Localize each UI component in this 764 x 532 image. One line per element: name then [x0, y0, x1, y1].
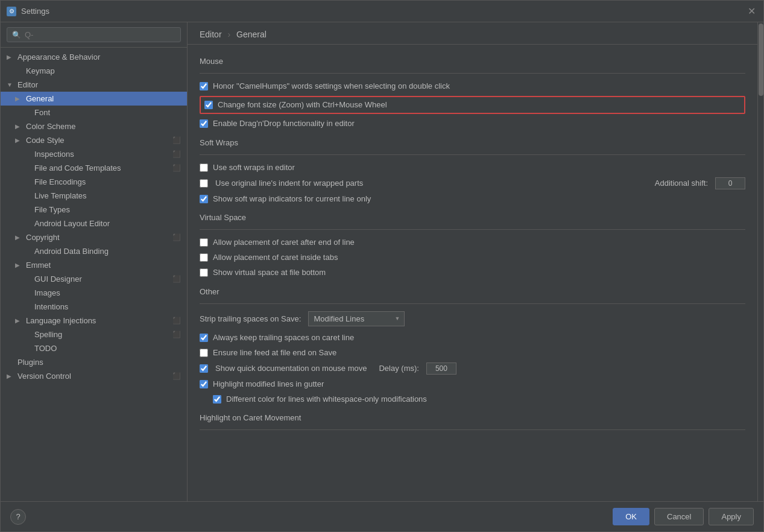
sidebar-item-font[interactable]: Font [1, 106, 187, 119]
sidebar-item-copyright[interactable]: ▶ Copyright ⬛ [1, 230, 187, 244]
label-line-feed: Ensure line feed at file end on Save [213, 347, 336, 358]
sidebar-item-gui-designer[interactable]: GUI Designer ⬛ [1, 272, 187, 286]
ok-button[interactable]: OK [613, 508, 649, 525]
label-camel-humps: Honor "CamelHumps" words settings when s… [213, 81, 450, 92]
sidebar-item-version-control[interactable]: ▶ Version Control ⬛ [1, 369, 187, 383]
settings-icon-lang-inj: ⬛ [172, 317, 181, 325]
sidebar-item-android-data[interactable]: Android Data Binding [1, 244, 187, 258]
label-drag-drop: Enable Drag'n'Drop functionality in edit… [213, 118, 355, 129]
sidebar-item-general[interactable]: ▶ General [1, 92, 187, 106]
sidebar-item-file-types[interactable]: File Types [1, 203, 187, 217]
label-soft-wraps: Use soft wraps in editor [213, 162, 295, 173]
bottom-right: OK Cancel Apply [613, 508, 754, 525]
checkbox-camel-humps[interactable] [200, 82, 208, 90]
sidebar-item-label: GUI Designer [34, 274, 82, 283]
additional-shift-input[interactable] [715, 177, 745, 189]
label-virtual-at-bottom: Show virtual space at file bottom [213, 267, 326, 278]
checkbox-different-color[interactable] [213, 395, 221, 404]
settings-icon-version-ctrl: ⬛ [172, 372, 181, 381]
sidebar-item-plugins[interactable]: Plugins [1, 355, 187, 369]
search-input[interactable] [25, 30, 175, 39]
delay-input[interactable] [426, 363, 456, 375]
settings-icon-gui: ⬛ [172, 275, 181, 283]
section-mouse-title: Mouse [200, 57, 745, 66]
checkbox-row-line-feed: Ensure line feed at file end on Save [200, 347, 745, 358]
delay-label: Delay (ms): [379, 364, 418, 373]
close-button[interactable]: ✕ [745, 5, 757, 17]
tree-arrow-version-ctrl: ▶ [7, 373, 15, 379]
checkbox-original-indent[interactable] [200, 179, 208, 188]
checkbox-drag-drop[interactable] [200, 119, 208, 128]
titlebar: ⚙ Settings ✕ [1, 1, 763, 22]
tree-arrow-lang-inj: ▶ [15, 317, 24, 324]
checkbox-virtual-at-bottom[interactable] [200, 268, 208, 277]
sidebar-item-spelling[interactable]: Spelling ⬛ [1, 328, 187, 341]
sidebar-item-inspections[interactable]: Inspections ⬛ [1, 147, 187, 161]
strip-trailing-select-wrap[interactable]: None All Modified Lines [308, 311, 405, 326]
section-mouse-divider [200, 73, 745, 74]
apply-button[interactable]: Apply [709, 508, 754, 525]
checkbox-highlight-modified[interactable] [200, 380, 208, 388]
nav-tree: ▶ Appearance & Behavior Keymap ▼ Editor … [1, 48, 187, 501]
sidebar-item-appearance[interactable]: ▶ Appearance & Behavior [1, 50, 187, 64]
tree-arrow-editor: ▼ [7, 81, 15, 88]
sidebar-item-editor[interactable]: ▼ Editor [1, 78, 187, 92]
checkbox-font-zoom[interactable] [204, 101, 213, 109]
checkbox-keep-trailing[interactable] [200, 334, 208, 342]
sidebar-item-label: Version Control [17, 372, 71, 381]
section-other-title: Other [200, 287, 745, 296]
scrollbar-thumb[interactable] [759, 24, 763, 96]
strip-trailing-select[interactable]: None All Modified Lines [308, 311, 405, 326]
tree-arrow-code-style: ▶ [15, 137, 24, 144]
main-panel: Editor › General Mouse Honor "CamelHumps… [188, 22, 757, 501]
settings-content: Mouse Honor "CamelHumps" words settings … [188, 45, 757, 501]
label-original-indent: Use original line's indent for wrapped p… [215, 178, 363, 189]
settings-app-icon: ⚙ [7, 7, 16, 16]
cancel-button[interactable]: Cancel [654, 508, 704, 525]
sidebar-item-android-layout[interactable]: Android Layout Editor [1, 217, 187, 230]
sidebar-item-intentions[interactable]: Intentions [1, 300, 187, 314]
sidebar-item-label: Editor [17, 80, 38, 89]
tree-arrow-color-scheme: ▶ [15, 123, 24, 130]
checkbox-caret-after-end[interactable] [200, 238, 208, 247]
checkbox-row-show-indicators: Show soft wrap indicators for current li… [200, 194, 745, 204]
sidebar: 🔍 ▶ Appearance & Behavior Keymap ▼ [1, 22, 188, 501]
sidebar-item-label: Font [34, 108, 50, 117]
sidebar-item-label: Images [34, 288, 60, 297]
sidebar-item-label: Copyright [26, 233, 60, 242]
sidebar-item-todo[interactable]: TODO [1, 341, 187, 355]
search-wrap[interactable]: 🔍 [7, 27, 181, 42]
row-original-indent: Use original line's indent for wrapped p… [200, 177, 745, 189]
sidebar-item-file-code-templates[interactable]: File and Code Templates ⬛ [1, 161, 187, 175]
sidebar-item-lang-injections[interactable]: ▶ Language Injections ⬛ [1, 314, 187, 328]
help-button[interactable]: ? [10, 509, 26, 525]
breadcrumb-separator: › [227, 30, 230, 39]
sidebar-item-file-encodings[interactable]: File Encodings [1, 175, 187, 189]
checkbox-show-indicators[interactable] [200, 195, 208, 203]
checkbox-row-drag-drop: Enable Drag'n'Drop functionality in edit… [200, 118, 745, 129]
sidebar-item-label: Keymap [26, 66, 55, 75]
settings-icon-spelling: ⬛ [172, 331, 181, 339]
main-content: 🔍 ▶ Appearance & Behavior Keymap ▼ [1, 22, 763, 501]
strip-trailing-row: Strip trailing spaces on Save: None All … [200, 311, 745, 326]
sidebar-item-code-style[interactable]: ▶ Code Style ⬛ [1, 133, 187, 147]
sidebar-item-label: Code Style [26, 136, 65, 145]
section-soft-wraps-divider [200, 154, 745, 155]
sidebar-item-label: TODO [34, 344, 57, 353]
scrollbar-track[interactable] [757, 22, 763, 501]
sidebar-item-color-scheme[interactable]: ▶ Color Scheme [1, 119, 187, 133]
sidebar-item-live-templates[interactable]: Live Templates [1, 189, 187, 203]
section-caret-movement-divider [200, 429, 745, 430]
checkbox-quick-docs[interactable] [200, 364, 208, 373]
sidebar-item-label: General [26, 94, 54, 103]
section-caret-movement-title: Highlight on Caret Movement [200, 413, 745, 422]
checkbox-soft-wraps[interactable] [200, 163, 208, 172]
sidebar-item-label: Color Scheme [26, 122, 75, 131]
section-other-divider [200, 303, 745, 304]
checkbox-caret-inside-tabs[interactable] [200, 253, 208, 262]
sidebar-item-label: Emmet [26, 261, 51, 270]
checkbox-line-feed[interactable] [200, 349, 208, 357]
sidebar-item-images[interactable]: Images [1, 286, 187, 300]
sidebar-item-emmet[interactable]: ▶ Emmet [1, 258, 187, 272]
sidebar-item-keymap[interactable]: Keymap [1, 64, 187, 78]
